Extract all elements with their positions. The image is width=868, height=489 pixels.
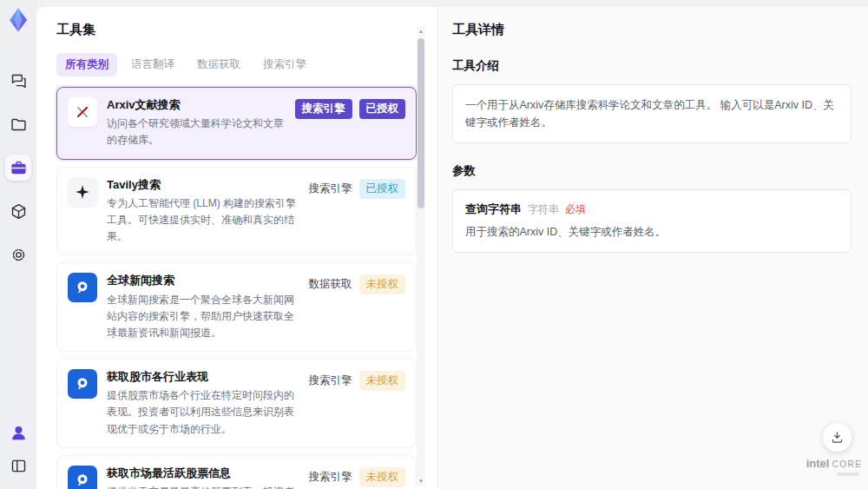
scroll-up-icon[interactable]: ▲	[417, 27, 425, 36]
tool-status-badge: 未授权	[359, 371, 406, 391]
tool-card[interactable]: Arxiv文献搜索 访问各个研究领域大量科学论文和文章的存储库。 搜索引擎 已授…	[56, 87, 417, 160]
tool-desc: 提供股票市场各个行业在特定时间段内的表现。投资者可以利用这些信息来识别表现优于或…	[107, 387, 299, 438]
download-button[interactable]	[823, 423, 852, 452]
tool-desc: 专为人工智能代理 (LLM) 构建的搜索引擎工具。可快速提供实时、准确和真实的结…	[107, 195, 299, 246]
folder-icon	[10, 116, 28, 134]
sidebar-item-gear[interactable]	[5, 241, 31, 268]
news-globe-icon	[73, 278, 92, 297]
tool-card[interactable]: 获取市场最活跃股票信息 提供当天交易量最高的股票列表。投资者可以利用这些信息来识…	[56, 455, 417, 489]
intro-heading: 工具介绍	[452, 58, 851, 74]
tool-status-badge: 已授权	[359, 99, 406, 119]
tool-card[interactable]: Tavily搜索 专为人工智能代理 (LLM) 构建的搜索引擎工具。可快速提供实…	[56, 167, 417, 256]
tool-category-badge: 搜索引擎	[295, 99, 352, 119]
sidebar-item-toolbox[interactable]	[5, 155, 31, 181]
layout-panel-icon	[10, 457, 28, 475]
tab-2[interactable]: 数据获取	[188, 53, 249, 76]
page-title: 工具集	[56, 22, 437, 38]
news-globe-icon	[73, 471, 92, 489]
tool-icon	[68, 177, 97, 207]
news-globe-icon	[73, 374, 92, 393]
scroll-down-icon[interactable]: ▼	[417, 477, 425, 486]
tool-category-badge: 数据获取	[309, 274, 352, 294]
chat-icon	[10, 72, 28, 90]
sidebar-bottom	[5, 420, 31, 479]
sidebar-item-folder[interactable]	[5, 111, 31, 137]
list-scrollbar[interactable]: ▲ ▼	[417, 26, 425, 486]
tool-list: Arxiv文献搜索 访问各个研究领域大量科学论文和文章的存储库。 搜索引擎 已授…	[56, 87, 417, 489]
param-desc: 用于搜索的Arxiv ID、关键字或作者姓名。	[465, 224, 838, 241]
tool-list-panel: 工具集 所有类别语言翻译数据获取搜索引擎 Arxiv文献搜索 访问各个研究领域大…	[36, 7, 437, 489]
tool-card[interactable]: 全球新闻搜索 全球新闻搜索是一个聚合全球各大新闻网站内容的搜索引擎，帮助用户快速…	[56, 262, 417, 352]
param-required-badge: 必填	[565, 202, 586, 217]
download-icon	[830, 430, 845, 445]
tool-icon	[68, 273, 97, 302]
tab-all-categories[interactable]: 所有类别	[56, 53, 117, 76]
tool-icon	[68, 97, 97, 127]
intel-core-logo: intelCORE	[804, 455, 865, 476]
tool-category-badge: 搜索引擎	[309, 179, 352, 199]
scrollbar-thumb[interactable]	[418, 38, 424, 208]
tool-category-badge: 搜索引擎	[309, 371, 352, 391]
intro-box: 一个用于从Arxiv存储库搜索科学论文和文章的工具。 输入可以是Arxiv ID…	[452, 84, 852, 143]
cube-icon	[10, 202, 28, 221]
tool-desc: 提供当天交易量最高的股票列表。投资者可以利用这些信息来识别流动性强的股票和潜在的…	[107, 484, 299, 489]
param-box: 查询字符串 字符串 必填 用于搜索的Arxiv ID、关键字或作者姓名。	[452, 189, 852, 253]
category-tabs: 所有类别语言翻译数据获取搜索引擎	[56, 53, 437, 76]
tab-3[interactable]: 搜索引擎	[254, 53, 315, 76]
tool-name: Tavily搜索	[107, 177, 299, 193]
tavily-star-icon	[73, 182, 92, 202]
sidebar-item-cube[interactable]	[5, 198, 31, 224]
tab-1[interactable]: 语言翻译	[122, 53, 183, 76]
tool-status-badge: 未授权	[359, 467, 406, 487]
tool-card[interactable]: 获取股市各行业表现 提供股票市场各个行业在特定时间段内的表现。投资者可以利用这些…	[56, 359, 417, 448]
sidebar-rail	[0, 0, 36, 489]
details-title: 工具详情	[452, 22, 851, 38]
tool-status-badge: 未授权	[359, 274, 406, 294]
params-heading: 参数	[452, 163, 851, 179]
tool-name: 全球新闻搜索	[107, 273, 299, 288]
param-type: 字符串	[528, 202, 559, 217]
tool-icon	[68, 466, 97, 489]
tool-name: Arxiv文献搜索	[107, 97, 286, 113]
sidebar-item-layout-panel[interactable]	[5, 453, 31, 479]
tool-status-badge: 已授权	[359, 179, 406, 199]
tool-details-panel: 工具详情 工具介绍 一个用于从Arxiv存储库搜索科学论文和文章的工具。 输入可…	[437, 7, 868, 489]
tool-name: 获取股市各行业表现	[107, 369, 299, 385]
tool-desc: 访问各个研究领域大量科学论文和文章的存储库。	[107, 116, 286, 149]
tool-name: 获取市场最活跃股票信息	[107, 466, 299, 481]
tool-icon	[68, 369, 97, 399]
sidebar-item-user[interactable]	[5, 420, 31, 446]
sidebar-nav	[5, 68, 31, 268]
arxiv-x-icon	[73, 102, 92, 122]
intro-text: 一个用于从Arxiv存储库搜索科学论文和文章的工具。 输入可以是Arxiv ID…	[465, 96, 838, 131]
gear-icon	[10, 246, 28, 264]
tool-desc: 全球新闻搜索是一个聚合全球各大新闻网站内容的搜索引擎，帮助用户快速获取全球最新资…	[107, 292, 299, 342]
toolbox-icon	[10, 159, 28, 177]
tool-category-badge: 搜索引擎	[309, 467, 352, 487]
app-logo[interactable]	[5, 7, 31, 33]
sidebar-item-chat[interactable]	[5, 68, 31, 94]
user-icon	[10, 424, 28, 442]
param-name: 查询字符串	[465, 202, 522, 217]
